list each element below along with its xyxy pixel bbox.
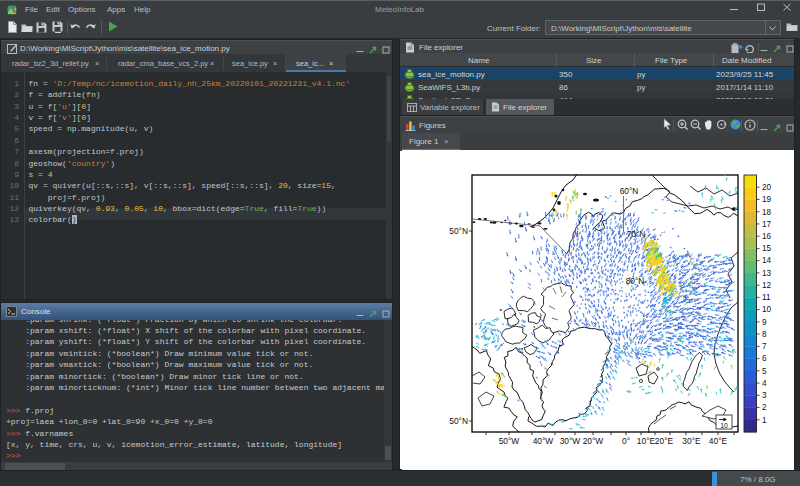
svg-text:3: 3 — [762, 391, 767, 400]
svg-text:40°E: 40°E — [709, 436, 728, 446]
svg-text:12: 12 — [762, 281, 772, 290]
svg-text:11: 11 — [762, 293, 771, 302]
svg-text:20: 20 — [762, 183, 772, 192]
svg-text:6: 6 — [762, 354, 767, 363]
svg-text:50°N: 50°N — [449, 226, 468, 236]
svg-text:2: 2 — [762, 403, 767, 412]
svg-text:30°E: 30°E — [682, 436, 701, 446]
svg-text:9: 9 — [762, 318, 767, 327]
svg-text:80°N: 80°N — [626, 276, 645, 286]
svg-text:1: 1 — [762, 416, 767, 425]
svg-text:13: 13 — [762, 269, 772, 278]
svg-text:30°W: 30°W — [560, 436, 581, 446]
svg-text:70°N: 70°N — [627, 229, 646, 239]
svg-text:40°W: 40°W — [533, 436, 554, 446]
svg-text:20°E: 20°E — [655, 436, 674, 446]
svg-text:20°W: 20°W — [583, 436, 604, 446]
svg-text:15: 15 — [762, 244, 772, 253]
svg-text:17: 17 — [762, 220, 772, 229]
svg-text:5: 5 — [762, 367, 767, 376]
svg-text:10: 10 — [720, 422, 728, 429]
svg-text:8: 8 — [762, 330, 767, 339]
svg-text:7: 7 — [762, 342, 767, 351]
svg-text:4: 4 — [762, 379, 767, 388]
svg-text:19: 19 — [762, 195, 772, 204]
svg-text:10: 10 — [762, 305, 772, 314]
svg-text:18: 18 — [762, 208, 772, 217]
svg-text:50°N: 50°N — [449, 416, 468, 426]
svg-text:0°: 0° — [622, 436, 630, 446]
svg-text:50°W: 50°W — [499, 436, 520, 446]
svg-text:14: 14 — [762, 256, 772, 265]
svg-text:10°E: 10°E — [637, 436, 656, 446]
svg-text:60°N: 60°N — [620, 186, 639, 196]
svg-text:16: 16 — [762, 232, 772, 241]
